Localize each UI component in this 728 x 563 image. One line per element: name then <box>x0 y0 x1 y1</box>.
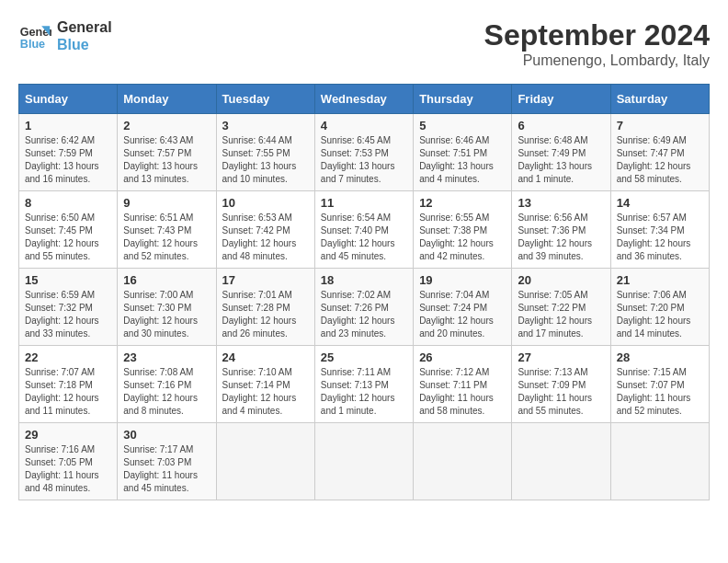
day-detail: Sunrise: 7:15 AM Sunset: 7:07 PM Dayligh… <box>617 367 691 416</box>
day-number: 20 <box>518 273 604 287</box>
day-detail: Sunrise: 7:04 AM Sunset: 7:24 PM Dayligh… <box>419 290 494 339</box>
logo-blue: Blue <box>57 36 112 53</box>
weekday-header-friday: Friday <box>512 85 610 114</box>
calendar-cell: 22Sunrise: 7:07 AM Sunset: 7:18 PM Dayli… <box>19 346 118 423</box>
day-detail: Sunrise: 6:59 AM Sunset: 7:32 PM Dayligh… <box>25 290 99 339</box>
calendar-cell: 12Sunrise: 6:55 AM Sunset: 7:38 PM Dayli… <box>414 191 512 269</box>
day-number: 4 <box>321 119 407 132</box>
location-title: Pumenengo, Lombardy, Italy <box>484 52 710 69</box>
calendar-cell: 5Sunrise: 6:46 AM Sunset: 7:51 PM Daylig… <box>414 114 512 191</box>
calendar-cell: 16Sunrise: 7:00 AM Sunset: 7:30 PM Dayli… <box>118 269 216 346</box>
day-number: 22 <box>25 350 111 364</box>
calendar-table: SundayMondayTuesdayWednesdayThursdayFrid… <box>18 84 710 500</box>
calendar-cell: 20Sunrise: 7:05 AM Sunset: 7:22 PM Dayli… <box>512 269 610 346</box>
weekday-header-wednesday: Wednesday <box>314 85 413 114</box>
day-number: 2 <box>123 119 210 132</box>
title-section: September 2024 Pumenengo, Lombardy, Ital… <box>484 18 710 69</box>
day-detail: Sunrise: 7:00 AM Sunset: 7:30 PM Dayligh… <box>123 290 198 339</box>
day-number: 10 <box>222 196 309 210</box>
day-detail: Sunrise: 6:49 AM Sunset: 7:47 PM Dayligh… <box>617 135 691 184</box>
day-number: 27 <box>518 350 604 364</box>
svg-text:Blue: Blue <box>20 38 45 51</box>
day-number: 23 <box>123 350 210 364</box>
calendar-week-2: 8Sunrise: 6:50 AM Sunset: 7:45 PM Daylig… <box>19 191 710 269</box>
month-title: September 2024 <box>484 18 710 52</box>
calendar-week-4: 22Sunrise: 7:07 AM Sunset: 7:18 PM Dayli… <box>19 346 710 423</box>
day-number: 17 <box>222 273 309 287</box>
calendar-cell: 14Sunrise: 6:57 AM Sunset: 7:34 PM Dayli… <box>610 191 709 269</box>
weekday-header-row: SundayMondayTuesdayWednesdayThursdayFrid… <box>19 85 710 114</box>
day-number: 24 <box>222 350 309 364</box>
calendar-cell: 7Sunrise: 6:49 AM Sunset: 7:47 PM Daylig… <box>610 114 709 191</box>
weekday-header-thursday: Thursday <box>414 85 512 114</box>
logo-general: General <box>57 18 112 36</box>
day-detail: Sunrise: 7:06 AM Sunset: 7:20 PM Dayligh… <box>617 290 691 339</box>
day-number: 26 <box>419 350 506 364</box>
calendar-week-3: 15Sunrise: 6:59 AM Sunset: 7:32 PM Dayli… <box>19 269 710 346</box>
weekday-header-tuesday: Tuesday <box>216 85 314 114</box>
calendar-cell: 13Sunrise: 6:56 AM Sunset: 7:36 PM Dayli… <box>512 191 610 269</box>
day-detail: Sunrise: 7:08 AM Sunset: 7:16 PM Dayligh… <box>123 367 198 416</box>
calendar-cell: 29Sunrise: 7:16 AM Sunset: 7:05 PM Dayli… <box>19 423 118 500</box>
calendar-cell: 26Sunrise: 7:12 AM Sunset: 7:11 PM Dayli… <box>414 346 512 423</box>
calendar-cell <box>414 423 512 500</box>
calendar-cell <box>216 423 314 500</box>
calendar-cell: 15Sunrise: 6:59 AM Sunset: 7:32 PM Dayli… <box>19 269 118 346</box>
day-detail: Sunrise: 6:46 AM Sunset: 7:51 PM Dayligh… <box>419 135 494 184</box>
calendar-cell: 11Sunrise: 6:54 AM Sunset: 7:40 PM Dayli… <box>314 191 413 269</box>
weekday-header-sunday: Sunday <box>19 85 118 114</box>
calendar-cell: 23Sunrise: 7:08 AM Sunset: 7:16 PM Dayli… <box>118 346 216 423</box>
day-detail: Sunrise: 6:53 AM Sunset: 7:42 PM Dayligh… <box>222 213 297 261</box>
calendar-cell: 3Sunrise: 6:44 AM Sunset: 7:55 PM Daylig… <box>216 114 314 191</box>
calendar-cell: 25Sunrise: 7:11 AM Sunset: 7:13 PM Dayli… <box>314 346 413 423</box>
day-number: 3 <box>222 119 309 132</box>
calendar-cell: 19Sunrise: 7:04 AM Sunset: 7:24 PM Dayli… <box>414 269 512 346</box>
day-detail: Sunrise: 6:51 AM Sunset: 7:43 PM Dayligh… <box>123 213 198 261</box>
day-detail: Sunrise: 7:02 AM Sunset: 7:26 PM Dayligh… <box>321 290 395 339</box>
page-header: General Blue General Blue September 2024… <box>18 18 710 69</box>
day-detail: Sunrise: 7:13 AM Sunset: 7:09 PM Dayligh… <box>518 367 592 416</box>
calendar-week-5: 29Sunrise: 7:16 AM Sunset: 7:05 PM Dayli… <box>19 423 710 500</box>
calendar-cell: 1Sunrise: 6:42 AM Sunset: 7:59 PM Daylig… <box>19 114 118 191</box>
calendar-cell: 4Sunrise: 6:45 AM Sunset: 7:53 PM Daylig… <box>314 114 413 191</box>
calendar-cell: 30Sunrise: 7:17 AM Sunset: 7:03 PM Dayli… <box>118 423 216 500</box>
day-number: 19 <box>419 273 506 287</box>
day-detail: Sunrise: 7:12 AM Sunset: 7:11 PM Dayligh… <box>419 367 494 416</box>
day-detail: Sunrise: 7:01 AM Sunset: 7:28 PM Dayligh… <box>222 290 297 339</box>
weekday-header-saturday: Saturday <box>610 85 709 114</box>
day-number: 28 <box>617 350 703 364</box>
calendar-cell: 6Sunrise: 6:48 AM Sunset: 7:49 PM Daylig… <box>512 114 610 191</box>
day-detail: Sunrise: 6:43 AM Sunset: 7:57 PM Dayligh… <box>123 135 198 184</box>
day-detail: Sunrise: 6:57 AM Sunset: 7:34 PM Dayligh… <box>617 213 691 261</box>
calendar-cell: 9Sunrise: 6:51 AM Sunset: 7:43 PM Daylig… <box>118 191 216 269</box>
calendar-cell <box>314 423 413 500</box>
day-detail: Sunrise: 7:05 AM Sunset: 7:22 PM Dayligh… <box>518 290 592 339</box>
day-detail: Sunrise: 6:42 AM Sunset: 7:59 PM Dayligh… <box>25 135 99 184</box>
day-detail: Sunrise: 6:44 AM Sunset: 7:55 PM Dayligh… <box>222 135 297 184</box>
calendar-cell: 18Sunrise: 7:02 AM Sunset: 7:26 PM Dayli… <box>314 269 413 346</box>
day-detail: Sunrise: 6:50 AM Sunset: 7:45 PM Dayligh… <box>25 213 99 261</box>
calendar-cell: 8Sunrise: 6:50 AM Sunset: 7:45 PM Daylig… <box>19 191 118 269</box>
day-number: 12 <box>419 196 506 210</box>
calendar-cell: 10Sunrise: 6:53 AM Sunset: 7:42 PM Dayli… <box>216 191 314 269</box>
day-number: 21 <box>617 273 703 287</box>
day-number: 5 <box>419 119 506 132</box>
day-detail: Sunrise: 7:10 AM Sunset: 7:14 PM Dayligh… <box>222 367 297 416</box>
day-number: 8 <box>25 196 111 210</box>
logo-icon: General Blue <box>18 19 51 52</box>
weekday-header-monday: Monday <box>118 85 216 114</box>
day-number: 18 <box>321 273 407 287</box>
day-number: 30 <box>123 428 210 442</box>
calendar-cell: 17Sunrise: 7:01 AM Sunset: 7:28 PM Dayli… <box>216 269 314 346</box>
calendar-week-1: 1Sunrise: 6:42 AM Sunset: 7:59 PM Daylig… <box>19 114 710 191</box>
day-detail: Sunrise: 6:45 AM Sunset: 7:53 PM Dayligh… <box>321 135 395 184</box>
day-number: 11 <box>321 196 407 210</box>
day-detail: Sunrise: 6:56 AM Sunset: 7:36 PM Dayligh… <box>518 213 592 261</box>
day-detail: Sunrise: 6:55 AM Sunset: 7:38 PM Dayligh… <box>419 213 494 261</box>
day-detail: Sunrise: 7:16 AM Sunset: 7:05 PM Dayligh… <box>25 444 99 493</box>
day-number: 14 <box>617 196 703 210</box>
day-number: 9 <box>123 196 210 210</box>
day-number: 25 <box>321 350 407 364</box>
day-number: 16 <box>123 273 210 287</box>
day-detail: Sunrise: 6:48 AM Sunset: 7:49 PM Dayligh… <box>518 135 592 184</box>
